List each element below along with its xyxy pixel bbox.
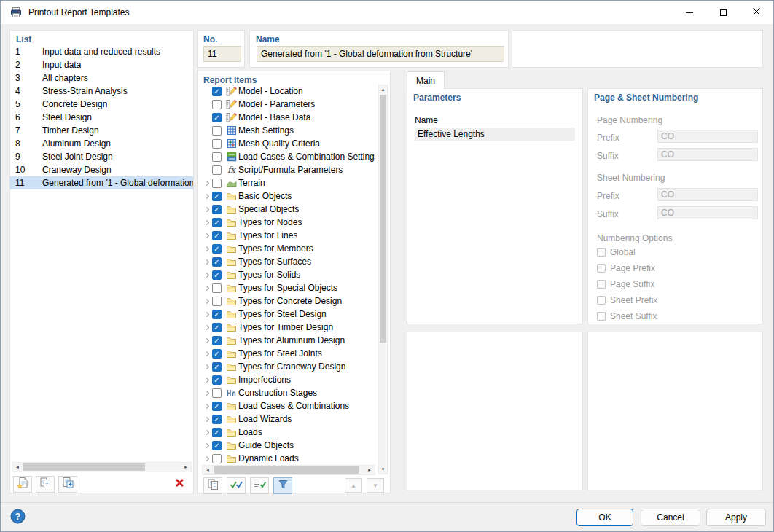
expand-chevron-icon[interactable] (202, 313, 212, 316)
expand-chevron-icon[interactable] (202, 195, 212, 198)
list-item[interactable]: 10Craneway Design (10, 163, 193, 176)
list-item[interactable]: 9Steel Joint Design (10, 150, 193, 163)
report-tree-item[interactable]: fxScript/Formula Parameters (202, 163, 375, 176)
item-checkbox[interactable]: ✓ (212, 441, 222, 450)
report-tree-item[interactable]: ✓Types for Craneway Design (202, 360, 375, 373)
report-tree-item[interactable]: ✓Special Objects (202, 203, 375, 216)
item-checkbox[interactable]: ✓ (212, 257, 222, 267)
expand-chevron-icon[interactable] (202, 247, 212, 251)
item-checkbox[interactable]: ✓ (212, 402, 222, 411)
item-checkbox[interactable]: ✓ (212, 310, 222, 319)
delete-template-button[interactable] (170, 476, 189, 493)
close-button[interactable] (740, 1, 773, 24)
item-checkbox[interactable] (212, 152, 222, 162)
item-checkbox[interactable]: ✓ (212, 362, 222, 372)
new-template-button[interactable] (13, 476, 32, 493)
report-tree-item[interactable]: Mesh Quality Criteria (202, 137, 375, 150)
item-checkbox[interactable]: ✓ (212, 192, 222, 201)
report-tree-item[interactable]: ✓Types for Steel Joints (202, 347, 375, 360)
item-checkbox[interactable] (212, 297, 222, 306)
report-tree-item[interactable]: Types for Concrete Design (202, 294, 375, 308)
scrollbar-thumb[interactable] (23, 463, 145, 471)
item-checkbox[interactable] (212, 139, 222, 149)
cancel-button[interactable]: Cancel (641, 509, 700, 526)
report-tree-item[interactable]: ✓Loads (202, 426, 375, 439)
copy-template-button[interactable] (36, 476, 55, 493)
template-from-file-button[interactable] (58, 476, 77, 493)
tree-horizontal-scrollbar[interactable]: ◄ ► (202, 465, 375, 475)
expand-chevron-icon[interactable] (202, 378, 212, 382)
list-item[interactable]: 11Generated from '1 - Global deformation (10, 176, 193, 189)
scroll-up-icon[interactable]: ▲ (379, 85, 387, 94)
item-checkbox[interactable] (212, 126, 222, 136)
expand-chevron-icon[interactable] (202, 326, 212, 329)
report-tree-item[interactable]: ✓Load Cases & Combinations (202, 399, 375, 412)
report-tree-item[interactable]: ✓Types for Aluminum Design (202, 334, 375, 347)
report-tree-item[interactable]: Load Cases & Combination Settings (202, 150, 375, 163)
item-checkbox[interactable] (212, 283, 222, 293)
item-checkbox[interactable]: ✓ (212, 375, 222, 385)
report-tree-item[interactable]: Model - Parameters (202, 98, 375, 111)
report-tree-item[interactable]: ✓Types for Nodes (202, 216, 375, 229)
item-checkbox[interactable] (212, 388, 222, 398)
scrollbar-thumb[interactable] (380, 95, 386, 343)
item-checkbox[interactable]: ✓ (212, 113, 222, 122)
list-item[interactable]: 2Input data (10, 58, 193, 71)
item-checkbox[interactable]: ✓ (212, 231, 222, 240)
report-tree-item[interactable]: Mesh Settings (202, 124, 375, 137)
list-item[interactable]: 8Aluminum Design (10, 137, 193, 150)
report-tree-item[interactable]: ✓Basic Objects (202, 189, 375, 203)
expand-chevron-icon[interactable] (202, 260, 212, 264)
item-checkbox[interactable]: ✓ (212, 87, 222, 96)
item-checkbox[interactable]: ✓ (212, 336, 222, 345)
expand-chevron-icon[interactable] (202, 286, 212, 290)
report-tree-item[interactable]: ✓Types for Timber Design (202, 321, 375, 334)
expand-chevron-icon[interactable] (202, 300, 212, 303)
tab-main[interactable]: Main (407, 71, 445, 89)
expand-chevron-icon[interactable] (202, 391, 212, 395)
scrollbar-thumb[interactable] (214, 466, 359, 474)
template-name-field[interactable]: Generated from '1 - Global deformation f… (257, 46, 504, 62)
expand-chevron-icon[interactable] (202, 234, 212, 238)
scroll-left-icon[interactable]: ◄ (203, 466, 213, 474)
report-tree-item[interactable]: ✓Types for Lines (202, 229, 375, 242)
item-checkbox[interactable]: ✓ (212, 323, 222, 332)
expand-chevron-icon[interactable] (202, 444, 212, 447)
list-horizontal-scrollbar[interactable]: ◄ ► (12, 462, 192, 472)
scroll-down-icon[interactable]: ▼ (379, 465, 387, 474)
list-item[interactable]: 7Timber Design (10, 124, 193, 137)
list-item[interactable]: 5Concrete Design (10, 98, 193, 111)
apply-button[interactable]: Apply (706, 509, 766, 526)
scrollbar-track[interactable] (23, 463, 181, 472)
list-item[interactable]: 6Steel Design (10, 111, 193, 124)
item-checkbox[interactable]: ✓ (212, 270, 222, 280)
item-checkbox[interactable]: ✓ (212, 244, 222, 254)
item-checkbox[interactable]: ✓ (212, 428, 222, 437)
expand-chevron-icon[interactable] (202, 221, 212, 224)
expand-chevron-icon[interactable] (202, 208, 212, 211)
check-selection-button[interactable] (227, 477, 246, 494)
scroll-left-icon[interactable]: ◄ (12, 463, 23, 472)
expand-chevron-icon[interactable] (202, 365, 212, 369)
scroll-right-icon[interactable]: ► (181, 463, 191, 472)
expand-chevron-icon[interactable] (202, 418, 212, 421)
item-checkbox[interactable] (212, 179, 222, 188)
report-tree-item[interactable]: Types for Special Objects (202, 281, 375, 294)
report-tree-item[interactable]: Dynamic Loads (202, 452, 375, 465)
item-checkbox[interactable] (212, 454, 222, 463)
expand-chevron-icon[interactable] (202, 181, 212, 185)
report-tree-item[interactable]: ✓Guide Objects (202, 439, 375, 452)
expand-chevron-icon[interactable] (202, 431, 212, 434)
copy-items-button[interactable] (203, 477, 222, 494)
item-checkbox[interactable] (212, 165, 222, 175)
help-button[interactable]: ? (9, 509, 26, 525)
item-checkbox[interactable]: ✓ (212, 205, 222, 214)
item-checkbox[interactable]: ✓ (212, 349, 222, 359)
parameter-row[interactable]: Effective Lengths (415, 128, 575, 141)
template-number-field[interactable]: 11 (203, 46, 241, 62)
report-tree-item[interactable]: ✓Types for Members (202, 242, 375, 255)
move-down-button[interactable]: ▼ (367, 478, 384, 493)
report-tree-item[interactable]: ✓Types for Surfaces (202, 255, 375, 268)
item-checkbox[interactable] (212, 100, 222, 109)
list-item[interactable]: 4Stress-Strain Analysis (10, 85, 193, 98)
